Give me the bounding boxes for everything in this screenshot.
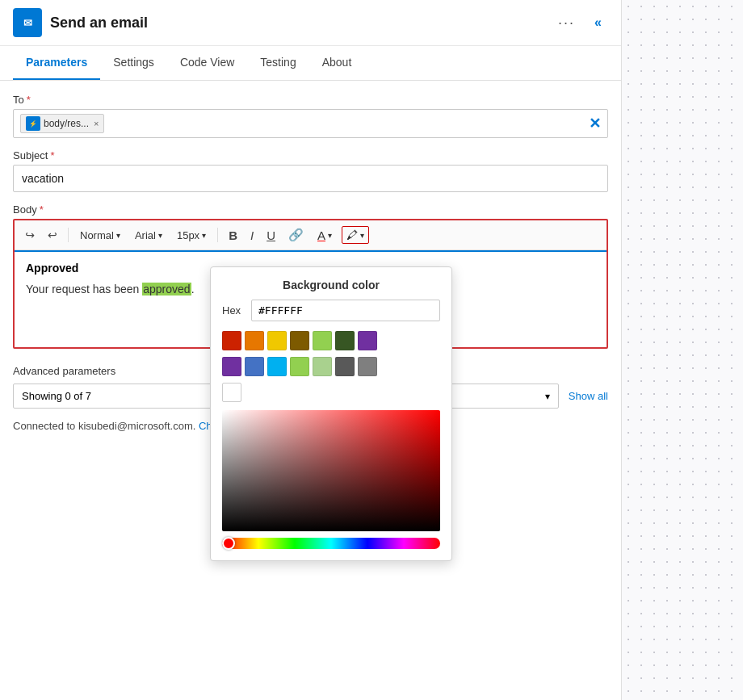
format-chevron-icon: ▾ — [116, 231, 120, 240]
undo-button[interactable]: ↩ — [21, 226, 39, 244]
swatch-lightgreen2[interactable] — [313, 357, 332, 376]
to-label: To * — [13, 94, 608, 106]
advanced-select-chevron-icon: ▾ — [545, 391, 550, 402]
format-select[interactable]: Normal ▾ — [75, 228, 125, 243]
tab-about[interactable]: About — [309, 46, 365, 80]
size-chevron-icon: ▾ — [202, 231, 206, 240]
body-toolbar: ↩ ↩ Normal ▾ Arial ▾ 15px — [15, 220, 607, 250]
svg-text:✉: ✉ — [23, 17, 32, 29]
to-input-container[interactable]: ⚡ body/res... × ✕ — [13, 109, 608, 138]
to-clear-icon[interactable]: ✕ — [589, 115, 601, 132]
header: ✉ Send an email ··· « — [0, 0, 621, 46]
italic-button[interactable]: I — [246, 226, 258, 245]
swatch-brown[interactable] — [290, 331, 309, 350]
tab-settings[interactable]: Settings — [100, 46, 167, 80]
body-required: * — [40, 203, 44, 216]
font-label: Arial — [135, 229, 156, 241]
subject-input[interactable] — [13, 165, 608, 192]
body-text-before: Your request has been — [26, 283, 142, 296]
header-title: Send an email — [50, 15, 148, 31]
font-chevron-icon: ▾ — [158, 231, 162, 240]
more-button[interactable]: ··· — [552, 11, 581, 35]
tab-parameters[interactable]: Parameters — [13, 46, 100, 80]
font-select[interactable]: Arial ▾ — [130, 228, 167, 243]
connection-text: Connected to kisubedi@microsoft.com. — [13, 420, 195, 432]
token-close-icon[interactable]: × — [94, 119, 99, 128]
size-select[interactable]: 15px ▾ — [172, 228, 211, 243]
subject-field-group: Subject * — [13, 149, 608, 192]
swatch-gray[interactable] — [358, 357, 377, 376]
redo-button[interactable]: ↩ — [44, 226, 61, 244]
hex-row: Hex — [222, 300, 440, 321]
underline-button[interactable]: U — [262, 226, 279, 245]
undo-icon: ↩ — [25, 228, 35, 241]
to-field-group: To * ⚡ body/res... × ✕ — [13, 94, 608, 138]
tabs-bar: Parameters Settings Code View Testing Ab… — [0, 46, 621, 81]
hex-label: Hex — [222, 304, 245, 316]
underline-icon: U — [267, 228, 275, 242]
swatch-blue[interactable] — [245, 357, 264, 376]
highlight-word: approved — [142, 283, 191, 296]
highlight-chevron-icon: ▾ — [360, 231, 364, 240]
subject-required: * — [50, 149, 54, 161]
header-actions: ··· « — [552, 11, 608, 35]
swatch-lightgreen[interactable] — [313, 331, 332, 350]
swatch-orange[interactable] — [245, 331, 264, 350]
svg-text:⚡: ⚡ — [29, 119, 37, 128]
color-picker-popup: Background color Hex — [210, 266, 452, 561]
body-label: Body * — [13, 203, 608, 216]
link-icon: 🔗 — [288, 228, 304, 242]
advanced-select-value: Showing 0 of 7 — [22, 390, 91, 402]
swatch-white[interactable] — [222, 383, 241, 402]
font-color-button[interactable]: A ▾ — [313, 227, 337, 244]
format-label: Normal — [80, 229, 114, 241]
italic-icon: I — [250, 228, 254, 242]
separator-2 — [217, 228, 218, 242]
color-gradient[interactable] — [222, 410, 440, 531]
hue-thumb — [222, 537, 235, 550]
separator-1 — [68, 228, 69, 242]
to-token: ⚡ body/res... × — [20, 114, 104, 133]
to-required: * — [27, 94, 31, 106]
swatch-darkgreen[interactable] — [335, 331, 355, 350]
swatch-green2[interactable] — [290, 357, 309, 376]
link-button[interactable]: 🔗 — [284, 225, 308, 245]
bold-button[interactable]: B — [225, 226, 241, 245]
font-color-chevron-icon: ▾ — [328, 231, 332, 240]
bold-icon: B — [229, 228, 237, 242]
hue-slider[interactable] — [222, 538, 440, 549]
tab-testing[interactable]: Testing — [247, 46, 309, 80]
swatch-darkgray[interactable] — [335, 357, 355, 376]
app-icon: ✉ — [13, 8, 42, 37]
swatch-purple[interactable] — [358, 331, 377, 350]
token-text: body/res... — [44, 118, 89, 129]
header-left: ✉ Send an email — [13, 8, 148, 37]
font-color-icon: A — [317, 228, 325, 242]
color-swatches-row2 — [222, 357, 440, 376]
swatch-red[interactable] — [222, 331, 241, 350]
redo-icon: ↩ — [48, 228, 57, 241]
swatch-purple2[interactable] — [222, 357, 241, 376]
color-swatches-row1 — [222, 331, 440, 350]
highlight-icon: 🖍 — [346, 228, 358, 241]
token-icon: ⚡ — [26, 116, 40, 131]
white-swatch-row — [222, 383, 440, 402]
right-panel: Background color Hex — [622, 0, 743, 700]
collapse-button[interactable]: « — [588, 12, 608, 33]
swatch-yellow[interactable] — [267, 331, 287, 350]
color-picker-title: Background color — [222, 279, 440, 291]
tab-codeview[interactable]: Code View — [167, 46, 247, 80]
hex-input[interactable] — [251, 300, 440, 321]
swatch-cyan[interactable] — [267, 357, 287, 376]
body-text-after: . — [191, 283, 195, 296]
size-label: 15px — [177, 229, 199, 241]
subject-label: Subject * — [13, 149, 608, 161]
show-all-link[interactable]: Show all — [569, 390, 608, 402]
highlight-button[interactable]: 🖍 ▾ — [342, 226, 369, 244]
